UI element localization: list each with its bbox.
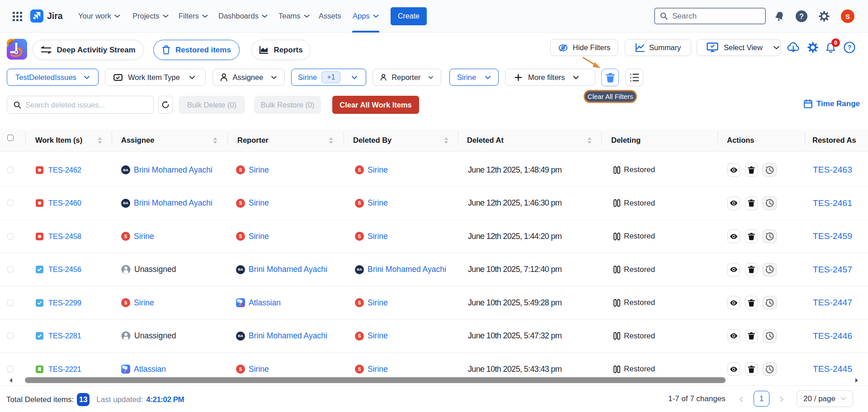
svg-text:1: 1 (630, 73, 632, 76)
svg-text:?: ? (848, 44, 852, 51)
svg-text:?: ? (799, 13, 804, 20)
svg-text:2: 2 (630, 76, 632, 79)
svg-text:3: 3 (630, 80, 632, 82)
